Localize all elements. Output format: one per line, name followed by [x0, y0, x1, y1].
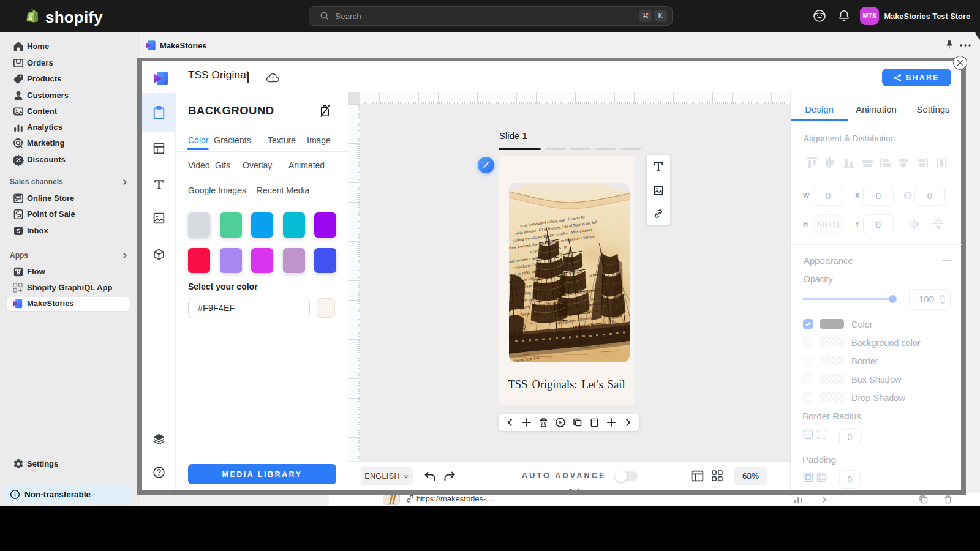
svg-text:was: was	[535, 360, 542, 362]
